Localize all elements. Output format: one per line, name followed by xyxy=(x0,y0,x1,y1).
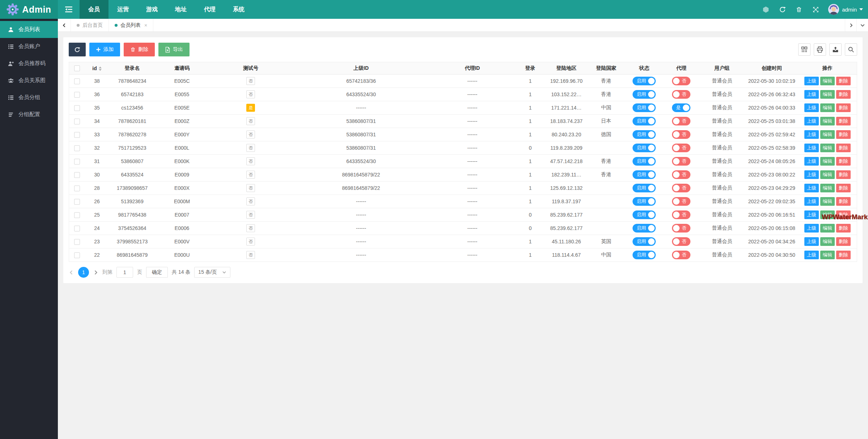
agent-toggle[interactable]: 否 xyxy=(672,210,690,219)
sidebar-item-member-relation-graph[interactable]: 会员关系图 xyxy=(0,72,58,89)
status-toggle[interactable]: 启用 xyxy=(633,90,656,99)
action-parent-button[interactable]: 上级 xyxy=(804,90,819,99)
tabs-scroll-right-button[interactable] xyxy=(845,19,856,31)
agent-toggle[interactable]: 否 xyxy=(672,130,690,139)
prev-page-button[interactable] xyxy=(69,270,74,275)
action-parent-button[interactable]: 上级 xyxy=(804,103,819,112)
action-parent-button[interactable]: 上级 xyxy=(804,210,819,219)
agent-toggle[interactable]: 否 xyxy=(672,197,690,206)
filter-columns-button[interactable] xyxy=(798,43,810,56)
user-avatar[interactable] xyxy=(828,4,839,15)
action-parent-button[interactable]: 上级 xyxy=(804,251,819,259)
agent-toggle[interactable]: 否 xyxy=(672,251,690,259)
action-delete-button[interactable]: 删除 xyxy=(836,237,851,246)
action-edit-button[interactable]: 编辑 xyxy=(820,117,835,125)
action-delete-button[interactable]: 删除 xyxy=(836,157,851,166)
action-parent-button[interactable]: 上级 xyxy=(804,157,819,166)
action-edit-button[interactable]: 编辑 xyxy=(820,237,835,246)
action-delete-button[interactable]: 删除 xyxy=(836,90,851,99)
action-parent-button[interactable]: 上级 xyxy=(804,117,819,125)
status-toggle[interactable]: 启用 xyxy=(633,197,656,206)
action-edit-button[interactable]: 编辑 xyxy=(820,224,835,233)
sidebar-item-member-referral-code[interactable]: 会员推荐码 xyxy=(0,55,58,72)
action-delete-button[interactable]: 删除 xyxy=(836,130,851,139)
action-delete-button[interactable]: 删除 xyxy=(836,103,851,112)
status-toggle[interactable]: 启用 xyxy=(633,184,656,192)
select-all-checkbox[interactable] xyxy=(74,65,80,71)
action-edit-button[interactable]: 编辑 xyxy=(820,130,835,139)
status-toggle[interactable]: 启用 xyxy=(633,157,656,166)
search-button[interactable] xyxy=(845,43,857,56)
row-checkbox[interactable] xyxy=(74,172,80,178)
row-checkbox[interactable] xyxy=(74,212,80,218)
status-toggle[interactable]: 启用 xyxy=(633,130,656,139)
action-edit-button[interactable]: 编辑 xyxy=(820,197,835,206)
row-checkbox[interactable] xyxy=(74,92,80,98)
row-checkbox[interactable] xyxy=(74,239,80,245)
agent-toggle[interactable]: 否 xyxy=(672,184,690,192)
sort-icon[interactable] xyxy=(99,67,102,71)
status-toggle[interactable]: 启用 xyxy=(633,170,656,179)
status-toggle[interactable]: 启用 xyxy=(633,117,656,125)
action-parent-button[interactable]: 上级 xyxy=(804,170,819,179)
tabs-scroll-left-button[interactable] xyxy=(58,19,71,31)
theme-button[interactable] xyxy=(757,0,774,19)
next-page-button[interactable] xyxy=(93,270,98,275)
action-delete-button[interactable]: 删除 xyxy=(836,170,851,179)
status-toggle[interactable]: 启用 xyxy=(633,210,656,219)
agent-toggle[interactable]: 否 xyxy=(672,224,690,233)
fullscreen-button[interactable] xyxy=(807,0,824,19)
tab-member-list[interactable]: 会员列表 × xyxy=(109,19,153,31)
row-checkbox[interactable] xyxy=(74,226,80,231)
confirm-page-button[interactable]: 确定 xyxy=(146,267,168,278)
status-toggle[interactable]: 启用 xyxy=(633,224,656,233)
row-checkbox[interactable] xyxy=(74,132,80,138)
action-delete-button[interactable]: 删除 xyxy=(836,117,851,125)
status-toggle[interactable]: 启用 xyxy=(633,144,656,152)
agent-toggle[interactable]: 否 xyxy=(672,77,690,85)
action-edit-button[interactable]: 编辑 xyxy=(820,144,835,152)
agent-toggle[interactable]: 否 xyxy=(672,157,690,166)
action-parent-button[interactable]: 上级 xyxy=(804,197,819,206)
action-delete-button[interactable]: 删除 xyxy=(836,251,851,259)
nav-menu-system[interactable]: 系统 xyxy=(224,0,253,19)
page-number-1[interactable]: 1 xyxy=(78,267,89,278)
action-delete-button[interactable]: 删除 xyxy=(836,197,851,206)
status-toggle[interactable]: 启用 xyxy=(633,237,656,246)
tabs-menu-button[interactable] xyxy=(856,19,868,31)
nav-menu-game[interactable]: 游戏 xyxy=(137,0,166,19)
refresh-button[interactable] xyxy=(774,0,791,19)
print-button[interactable] xyxy=(814,43,826,56)
sidebar-item-member-account[interactable]: 会员账户 xyxy=(0,38,58,55)
delete-button[interactable]: 删除 xyxy=(124,43,155,56)
agent-toggle[interactable]: 否 xyxy=(672,237,690,246)
collapse-menu-button[interactable] xyxy=(58,0,80,19)
refresh-table-button[interactable] xyxy=(69,43,86,56)
row-checkbox[interactable] xyxy=(74,145,80,151)
row-checkbox[interactable] xyxy=(74,159,80,165)
row-checkbox[interactable] xyxy=(74,78,80,84)
status-toggle[interactable]: 启用 xyxy=(633,251,656,259)
add-button[interactable]: 添加 xyxy=(89,43,120,56)
clear-cache-button[interactable] xyxy=(791,0,807,19)
sidebar-item-group-config[interactable]: 分组配置 xyxy=(0,106,58,123)
action-parent-button[interactable]: 上级 xyxy=(804,130,819,139)
action-parent-button[interactable]: 上级 xyxy=(804,224,819,233)
row-checkbox[interactable] xyxy=(74,186,80,191)
agent-toggle[interactable]: 否 xyxy=(672,117,690,125)
close-icon[interactable]: × xyxy=(144,22,147,28)
action-delete-button[interactable]: 删除 xyxy=(836,77,851,85)
agent-toggle[interactable]: 是 xyxy=(672,103,690,112)
status-toggle[interactable]: 启用 xyxy=(633,77,656,85)
nav-menu-agent[interactable]: 代理 xyxy=(195,0,224,19)
export-data-button[interactable] xyxy=(829,43,842,56)
row-checkbox[interactable] xyxy=(74,252,80,258)
action-edit-button[interactable]: 编辑 xyxy=(820,103,835,112)
page-input[interactable] xyxy=(116,267,133,278)
action-parent-button[interactable]: 上级 xyxy=(804,184,819,192)
agent-toggle[interactable]: 否 xyxy=(672,170,690,179)
action-delete-button[interactable]: 删除 xyxy=(836,224,851,233)
row-checkbox[interactable] xyxy=(74,119,80,124)
action-edit-button[interactable]: 编辑 xyxy=(820,157,835,166)
action-edit-button[interactable]: 编辑 xyxy=(820,184,835,192)
